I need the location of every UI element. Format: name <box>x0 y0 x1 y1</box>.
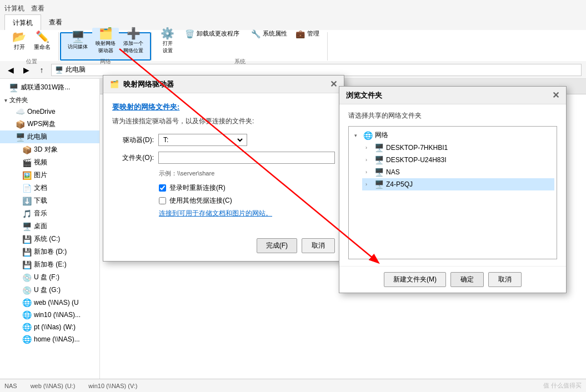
ribbon-group-location: 📂 打开 ✏️ 重命名 位置 <box>4 32 59 61</box>
sidebar-item-ptnas[interactable]: 🌐 pt (\\Nas) (W:) <box>0 321 99 333</box>
sidebar-item-usbG[interactable]: 💿 U 盘 (G:) <box>0 284 99 296</box>
sidebar-label-wliantong: 威联通301W路... <box>21 83 70 92</box>
rename-button[interactable]: ✏️ 重命名 <box>31 28 54 54</box>
homenas-icon: 🌐 <box>22 335 32 344</box>
3d-label: 3D 对象 <box>34 145 58 154</box>
network-tree-label: 网络 <box>375 130 388 140</box>
tree-item-z4p5qj[interactable]: › 🖥️ Z4-P5QJ <box>362 178 554 190</box>
uninstall-button[interactable]: 🗑️ 卸载或更改程序 <box>179 28 246 40</box>
up-button[interactable]: ↑ <box>36 64 48 76</box>
sidebar-item-docs[interactable]: 📄 文档 <box>0 182 99 194</box>
wps-icon: 📦 <box>16 120 25 129</box>
section-label: 文件夹 <box>9 96 28 104</box>
menu-bar: 计算机 查看 <box>0 2 586 14</box>
forward-button[interactable]: ▶ <box>20 64 32 76</box>
sidebar-item-wps[interactable]: 📦 WPS网盘 <box>0 118 99 130</box>
sys-props-label: 系统属性 <box>263 29 287 38</box>
reconnect-checkbox[interactable] <box>159 184 166 192</box>
add-network-button[interactable]: ➕ 添加一个网络位置 <box>120 28 147 54</box>
menu-view[interactable]: 查看 <box>31 4 44 13</box>
sidebar-item-newE[interactable]: 💾 新加卷 (E:) <box>0 258 99 271</box>
bottom-item-web[interactable]: web (\\NAS) (U:) <box>31 383 76 389</box>
webnas-label: web (\\NAS) (U <box>34 299 79 306</box>
tree-item-network[interactable]: ▾ 🌐 网络 <box>351 129 554 142</box>
other-creds-checkbox[interactable] <box>159 197 166 204</box>
sidebar-item-thispc[interactable]: 🖥️ 此电脑 <box>0 130 99 143</box>
sidebar-item-sysC[interactable]: 💾 系统 (C:) <box>0 233 99 245</box>
map-cancel-button[interactable]: 取消 <box>302 238 335 253</box>
nas-label: NAS <box>4 383 17 389</box>
music-label: 音乐 <box>34 209 47 218</box>
sidebar-item-homenas[interactable]: 🌐 home (\\NAS)... <box>0 333 99 345</box>
music-icon: 🎵 <box>22 209 32 218</box>
sidebar-item-3d[interactable]: 📦 3D 对象 <box>0 143 99 156</box>
address-path[interactable]: 🖥️ 此电脑 <box>51 64 582 76</box>
folder-input-container[interactable] <box>158 152 335 164</box>
open-label: 打开 <box>14 43 25 51</box>
open-button[interactable]: 📂 打开 <box>9 28 29 54</box>
sidebar-item-wliantong[interactable]: 🖥️ 威联通301W路... <box>0 81 99 94</box>
wps-label: WPS网盘 <box>27 119 56 129</box>
sidebar-item-usbF[interactable]: 💿 U 盘 (F:) <box>0 271 99 284</box>
drive-dropdown[interactable]: T: U: V: W: X: Y: Z: <box>161 134 244 145</box>
manage-button[interactable]: 💼 管理 <box>292 28 323 40</box>
other-creds-label: 使用其他凭据连接(C) <box>169 196 232 205</box>
tree-item-desktopU[interactable]: › 🖥️ DESKTOP-U24H83I <box>362 154 554 166</box>
section-arrow: ▾ <box>4 98 7 103</box>
sidebar-item-pictures[interactable]: 🖼️ 图片 <box>0 169 99 182</box>
nas-tree-icon: 🖥️ <box>374 168 384 177</box>
menu-computer[interactable]: 计算机 <box>4 4 24 13</box>
sidebar-item-video[interactable]: 🎬 视频 <box>0 156 99 169</box>
sidebar-item-newD[interactable]: 💾 新加卷 (D:) <box>0 245 99 258</box>
uninstall-label: 卸载或更改程序 <box>197 29 239 38</box>
system-buttons: ⚙️ 打开设置 🗑️ 卸载或更改程序 🔧 系统属性 💼 管理 <box>157 28 323 54</box>
watermark: 值 什么值得买 <box>543 381 582 390</box>
z4p5qj-label: Z4-P5QJ <box>386 180 413 188</box>
map-drive-dialog: 🗂️ 映射网络驱动器 ✕ 要映射的网络文件夹: 请为连接指定驱动器号，以及你要连… <box>103 75 344 262</box>
map-drive-title-left: 🗂️ 映射网络驱动器 <box>110 79 174 89</box>
uninstall-icon: 🗑️ <box>185 30 194 38</box>
newD-label: 新加卷 (D:) <box>34 247 67 257</box>
rename-icon: ✏️ <box>36 31 49 42</box>
map-drive-icon: 🗂️ <box>99 28 113 39</box>
tree-item-nas[interactable]: › 🖥️ NAS <box>362 166 554 178</box>
sidebar-item-downloads[interactable]: ⬇️ 下载 <box>0 194 99 207</box>
map-drive-title-bar: 🗂️ 映射网络驱动器 ✕ <box>103 76 344 93</box>
add-network-label: 添加一个网络位置 <box>123 40 143 54</box>
browse-footer: 新建文件夹(M) 确定 取消 <box>339 266 566 293</box>
browse-folder-dialog: 浏览文件夹 ✕ 请选择共享的网络文件夹 ▾ 🌐 网络 › 🖥️ DESKTOP-… <box>339 86 567 293</box>
storage-link[interactable]: 连接到可用于存储文档和图片的网站。 <box>159 209 272 217</box>
access-media-button[interactable]: 🖥️ 访问媒体 <box>64 28 91 54</box>
sys-props-icon: 🔧 <box>251 30 261 38</box>
z4p5qj-arrow: › <box>365 182 372 187</box>
map-drive-close-button[interactable]: ✕ <box>330 79 337 89</box>
settings-button[interactable]: ⚙️ 打开设置 <box>157 28 178 54</box>
add-network-icon: ➕ <box>127 28 141 39</box>
browse-tree[interactable]: ▾ 🌐 网络 › 🖥️ DESKTOP-7HKHBI1 › 🖥️ DESKTOP… <box>348 126 557 259</box>
desktopU-label: DESKTOP-U24H83I <box>386 156 447 164</box>
map-drive-button[interactable]: 🗂️ 映射网络驱动器 <box>92 28 119 54</box>
browse-ok-button[interactable]: 确定 <box>450 272 484 287</box>
sidebar-item-webnas[interactable]: 🌐 web (\\NAS) (U <box>0 296 99 309</box>
browse-cancel-button[interactable]: 取消 <box>488 272 522 287</box>
sys-props-button[interactable]: 🔧 系统属性 <box>247 28 291 40</box>
folder-input[interactable] <box>161 152 332 163</box>
browse-body: 请选择共享的网络文件夹 ▾ 🌐 网络 › 🖥️ DESKTOP-7HKHBI1 … <box>339 104 566 266</box>
z4p5qj-icon: 🖥️ <box>374 180 384 189</box>
path-icon: 🖥️ <box>55 66 63 74</box>
drive-select[interactable]: T: U: V: W: X: Y: Z: <box>158 134 247 146</box>
tree-item-desktop7[interactable]: › 🖥️ DESKTOP-7HKHBI1 <box>362 142 554 154</box>
sidebar-section-files[interactable]: ▾ 文件夹 <box>0 94 99 105</box>
new-folder-button[interactable]: 新建文件夹(M) <box>384 272 446 287</box>
finish-button[interactable]: 完成(F) <box>257 238 297 253</box>
sidebar-item-onedrive[interactable]: ☁️ OneDrive <box>0 105 99 118</box>
sidebar-item-win10nas[interactable]: 🌐 win10 (\\NAS)... <box>0 309 99 321</box>
map-drive-label: 映射网络驱动器 <box>96 40 116 54</box>
sidebar-item-desktop[interactable]: 🖥️ 桌面 <box>0 220 99 233</box>
map-drive-title-text: 映射网络驱动器 <box>123 79 174 89</box>
browse-close-button[interactable]: ✕ <box>552 90 559 100</box>
sidebar-item-music[interactable]: 🎵 音乐 <box>0 207 99 220</box>
video-label: 视频 <box>34 158 47 167</box>
back-button[interactable]: ◀ <box>4 64 17 76</box>
bottom-item-win10[interactable]: win10 (\\NAS) (V:) <box>88 383 137 389</box>
